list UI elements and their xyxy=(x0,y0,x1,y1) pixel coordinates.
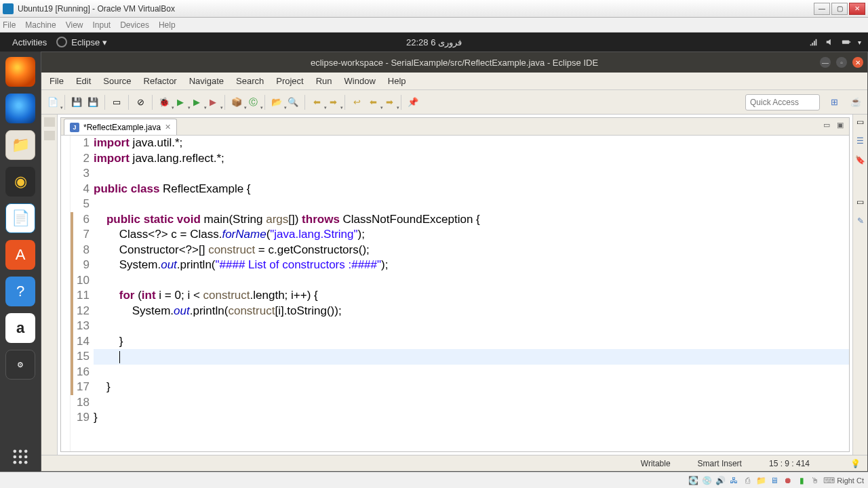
dock-files[interactable]: 📁 xyxy=(5,130,35,160)
package-explorer-button[interactable] xyxy=(44,131,55,140)
marker-bar[interactable] xyxy=(61,136,71,451)
annotation-prev-button[interactable]: ⬅ xyxy=(309,95,324,110)
mouse-icon[interactable]: 🖱 xyxy=(810,475,821,486)
svg-point-7 xyxy=(24,455,28,459)
dock-firefox[interactable] xyxy=(5,57,35,87)
network-icon xyxy=(809,37,818,47)
restore-view-r1[interactable]: ▭ xyxy=(856,117,865,127)
toggle-breadcrumb-button[interactable]: ▭ xyxy=(109,95,124,110)
pin-button[interactable]: 📌 xyxy=(406,95,420,110)
editor-minimize-button[interactable]: ▭ xyxy=(823,121,833,130)
menu-refactor[interactable]: Refactor xyxy=(138,74,182,88)
vbox-menu-file[interactable]: File xyxy=(3,20,16,30)
new-class-button[interactable]: Ⓒ xyxy=(245,95,260,110)
menu-edit[interactable]: Edit xyxy=(71,74,96,88)
usb-icon[interactable]: ⎙ xyxy=(742,475,753,486)
menu-run[interactable]: Run xyxy=(311,74,338,88)
external-tools-button[interactable]: ▶ xyxy=(205,95,220,110)
skip-breakpoints-button[interactable]: ⊘ xyxy=(133,95,148,110)
eclipse-minimize-button[interactable]: — xyxy=(820,57,831,68)
vbox-menu-machine[interactable]: Machine xyxy=(25,20,56,30)
eclipse-close-button[interactable]: ✕ xyxy=(852,57,863,68)
save-button[interactable]: 💾 xyxy=(69,95,84,110)
virtualbox-statusbar: 💽 💿 🔊 🖧 ⎙ 📁 🖥 ⏺ ▮ 🖱 ⌨ Right Ct xyxy=(0,472,868,488)
maximize-button[interactable]: ▢ xyxy=(831,3,848,15)
save-all-button[interactable]: 💾 xyxy=(85,95,100,110)
menu-file[interactable]: File xyxy=(44,74,69,88)
shared-folder-icon[interactable]: 📁 xyxy=(755,475,766,486)
menu-source[interactable]: Source xyxy=(98,74,136,88)
optical-icon[interactable]: 💿 xyxy=(701,475,712,486)
last-edit-button[interactable]: ↩ xyxy=(349,95,364,110)
vbox-menu-help[interactable]: Help xyxy=(159,20,176,30)
keyboard-icon[interactable]: ⌨ xyxy=(823,475,834,486)
new-button[interactable]: 📄 xyxy=(45,95,60,110)
coverage-button[interactable]: ▶ xyxy=(189,95,204,110)
code-editor[interactable]: 12345678910111213141516171819 import jav… xyxy=(61,136,849,451)
dock-software[interactable]: A xyxy=(5,240,35,270)
eclipse-title-text: eclipse-workspace - SerialExample/src/Re… xyxy=(311,58,598,68)
line-number-gutter[interactable]: 12345678910111213141516171819 xyxy=(73,136,94,451)
back-button[interactable]: ⬅ xyxy=(366,95,380,110)
menu-window[interactable]: Window xyxy=(339,74,381,88)
activities-button[interactable]: Activities xyxy=(7,37,52,47)
eclipse-maximize-button[interactable]: ▫ xyxy=(836,57,847,68)
vbox-menu-input[interactable]: Input xyxy=(93,20,111,30)
java-perspective-button[interactable]: ☕ xyxy=(848,95,863,110)
vbox-menu-view[interactable]: View xyxy=(66,20,83,30)
eclipse-menubar: File Edit Source Refactor Navigate Searc… xyxy=(41,73,867,90)
status-cursor-pos: 15 : 9 : 414 xyxy=(769,459,810,468)
svg-point-2 xyxy=(14,450,17,453)
editor-maximize-button[interactable]: ▣ xyxy=(837,121,846,130)
tab-close-button[interactable]: ✕ xyxy=(165,123,171,131)
quick-access-input[interactable]: Quick Access xyxy=(745,94,820,110)
recording-icon[interactable]: ⏺ xyxy=(783,475,793,486)
minimize-button[interactable]: — xyxy=(814,3,830,15)
vbox-menu-devices[interactable]: Devices xyxy=(120,20,149,30)
svg-point-6 xyxy=(19,455,22,459)
restore-view-r2[interactable]: ▭ xyxy=(856,197,865,207)
forward-button[interactable]: ➡ xyxy=(382,95,397,110)
dock-writer[interactable]: 📄 xyxy=(5,203,35,233)
svg-rect-1 xyxy=(849,41,850,43)
editor-pane: J *ReflectExample.java ✕ ▭ ▣ 12345678910… xyxy=(60,117,850,452)
tasklist-view-button[interactable]: ☰ xyxy=(856,136,865,146)
menu-search[interactable]: Search xyxy=(231,74,269,88)
chevron-down-icon: ▾ xyxy=(858,39,861,46)
annotation-next-button[interactable]: ➡ xyxy=(326,95,340,110)
menu-help[interactable]: Help xyxy=(382,74,412,88)
dock-rhythmbox[interactable]: ◉ xyxy=(5,167,35,197)
audio-icon[interactable]: 🔊 xyxy=(715,475,726,486)
dock-thunderbird[interactable] xyxy=(5,94,35,123)
volume-icon xyxy=(825,37,835,47)
menu-project[interactable]: Project xyxy=(271,74,309,88)
dock-javaee[interactable]: ⚙ xyxy=(5,350,35,380)
open-type-button[interactable]: 📂 xyxy=(269,95,284,110)
system-tray[interactable]: ▾ xyxy=(809,37,861,47)
outline-view-button[interactable]: 🔖 xyxy=(856,155,865,165)
dock-show-apps[interactable] xyxy=(5,442,35,472)
cpu-icon[interactable]: ▮ xyxy=(796,475,807,486)
network-icon-host[interactable]: 🖧 xyxy=(728,475,739,486)
dock-amazon[interactable]: a xyxy=(5,313,35,343)
display-icon[interactable]: 🖥 xyxy=(769,475,780,486)
eclipse-toolbar: 📄 💾 💾 ▭ ⊘ 🐞 ▶ ▶ ▶ 📦 Ⓒ 📂 🔍 ⬅ ➡ ↩ ⬅ ➡ 📌 Qu… xyxy=(41,90,867,115)
app-menu[interactable]: Eclipse ▾ xyxy=(56,37,107,47)
tab-reflectexample[interactable]: J *ReflectExample.java ✕ xyxy=(64,119,177,135)
right-trim-stack: ▭ ☰ 🔖 ▭ ✎ xyxy=(852,115,867,455)
restore-view-button[interactable] xyxy=(44,117,55,127)
code-content[interactable]: import java.util.*;import java.lang.refl… xyxy=(94,136,849,451)
search-button[interactable]: 🔍 xyxy=(285,95,300,110)
close-button[interactable]: ✕ xyxy=(849,3,865,15)
tip-icon[interactable]: 💡 xyxy=(850,459,861,468)
clock[interactable]: فروری 6 22:28 xyxy=(406,37,462,47)
open-perspective-button[interactable]: ⊞ xyxy=(827,95,842,110)
hdd-icon[interactable]: 💽 xyxy=(688,475,698,486)
debug-button[interactable]: 🐞 xyxy=(157,95,172,110)
problems-view-button[interactable]: ✎ xyxy=(856,216,865,226)
run-button[interactable]: ▶ xyxy=(173,95,188,110)
new-java-button[interactable]: 📦 xyxy=(229,95,244,110)
menu-navigate[interactable]: Navigate xyxy=(184,74,229,88)
host-key-label: Right Ct xyxy=(837,476,864,485)
dock-help[interactable]: ? xyxy=(5,277,35,306)
